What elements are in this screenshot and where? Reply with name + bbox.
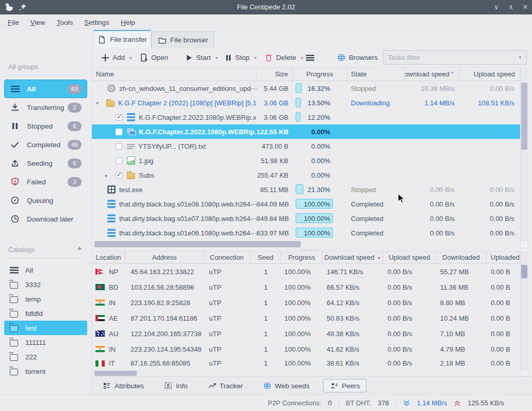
sidebar-filter-completed[interactable]: Completed 46 [4,135,87,154]
column-header-upload-speed[interactable]: Upload speed [383,251,436,263]
size-cell: 85.11 MB [256,186,293,194]
flag-icon [95,268,105,275]
peer-progress: 100.00% [281,268,323,276]
state-cell: Completed [347,200,405,208]
chevron-down-icon[interactable]: ▾ [514,51,526,64]
peer-row[interactable]: AU 122.104.200.165:37738 uTP 1 100.00% 4… [92,326,520,341]
tab-tracker[interactable]: Tracker [201,379,250,392]
transfer-row-selected[interactable]: K.G.F.Chapter.2.2022.1080p.WEBRip.x⋯ 122… [92,124,520,139]
column-header-size[interactable]: Size [256,68,293,81]
tab-peers[interactable]: Peers [323,379,366,392]
tab-file-transfer[interactable]: File transfer [93,30,151,48]
tab-info[interactable]: Info [157,379,195,392]
expander-icon[interactable] [105,172,116,178]
menu-help[interactable]: Help [115,19,141,26]
column-header-address[interactable]: Address [125,251,204,263]
transfer-row[interactable]: test.exe 85.11 MB 21.30% Stopped 0.00 B/… [92,182,520,197]
add-button[interactable]: Add▾ [101,48,132,67]
checkbox[interactable] [116,114,122,121]
horizontal-scrollbar-thumb[interactable] [94,241,301,247]
tasks-filter-input[interactable] [383,50,527,65]
sidebar-filter-seeding[interactable]: Seeding 6 [4,154,87,172]
open-button[interactable]: Open [139,48,168,67]
detail-tab-bar: Attributes Info Tracker Web seeds Peers [92,376,532,394]
minimize-button[interactable]: ∨ [490,0,503,14]
sidebar-filter-failed[interactable]: Failed 3 [4,172,87,191]
peer-row[interactable]: IN 223.190.82.9:25828 uTP 1 100.00% 64.1… [92,295,520,310]
catalog-item-fdfdfd[interactable]: fdfdfd [4,306,87,321]
catalog-item-temp[interactable]: temp [4,292,87,306]
column-header-downloaded[interactable]: Downloaded [436,251,487,263]
sidebar-filter-transferring[interactable]: Transferring 2 [4,98,87,117]
menu-file[interactable]: File [2,19,25,26]
catalog-item-111111[interactable]: 111111 [4,335,87,350]
upload-speed-cell: 0.00 B/s [459,215,520,223]
column-header-name[interactable]: Name [92,68,256,81]
sidebar-filter-download-later[interactable]: Download later [4,210,87,228]
column-header-download-speed[interactable]: Download speed▲ [323,251,383,263]
catalog-item-test[interactable]: test [4,321,87,335]
tab-file-browser[interactable]: File browser [151,31,215,48]
tab-web-seeds[interactable]: Web seeds [256,379,316,392]
catalog-item-222[interactable]: 222 [4,350,87,364]
peer-row[interactable]: AE 87.201.170.194:61186 uTP 1 100.00% 50… [92,310,520,326]
state-cell: Stopped [347,85,405,92]
expander-icon[interactable] [96,100,106,106]
sidebar-filter-all[interactable]: All 63 [4,80,87,98]
column-header-uploaded[interactable]: Uploaded [487,251,520,263]
transfer-row[interactable]: that.dirty.black.bag.s01e06.1080p.web.h2… [92,226,520,240]
transfer-row[interactable]: that.dirty.black.bag.s01e08.1080p.web.h2… [92,197,520,211]
sidebar-filter-queuing[interactable]: Queuing [4,191,87,210]
sidebar-filter-stopped[interactable]: Stopped 6 [4,117,87,135]
peer-download-speed: 41.62 KB/s [323,345,383,353]
transfer-row[interactable]: Subs 255.47 KB 0.00% [92,168,520,182]
browsers-button[interactable]: Browsers [337,48,378,67]
checkbox[interactable] [116,143,122,150]
column-header-upload-speed[interactable]: Upload speed [459,68,520,81]
bt-dht-value: 378 [378,399,389,407]
column-header-connection[interactable]: Connection [204,251,250,263]
catalog-item-all[interactable]: All [4,263,87,277]
state-cell: Stopped [347,186,405,194]
menu-tools[interactable]: Tools [51,19,79,26]
sidebar: All groups All 63 Transferring 2 Stopped… [0,30,92,411]
scrollbar-thumb[interactable] [521,265,527,278]
column-header-progress[interactable]: Progress [281,251,323,263]
peer-row[interactable]: BD 103.216.56.28:58896 uTP 1 100.00% 66.… [92,279,520,295]
catalog-item-torrent[interactable]: torrent [4,364,87,378]
delete-button[interactable]: Delete▾ [264,48,303,67]
tab-attributes[interactable]: Attributes [96,379,151,392]
column-header-seed[interactable]: Seed [250,251,281,263]
checkbox[interactable] [116,172,122,179]
catalog-item-3332[interactable]: 3332 [4,277,87,292]
size-cell: 849.84 MB [256,215,293,223]
progress-cell: 100.00% [293,197,347,211]
stop-button[interactable]: Stop▾ [224,48,256,67]
column-header-progress[interactable]: Progress [293,68,347,81]
column-header-download-speed[interactable]: Download speed▲ [405,68,459,81]
transfer-row[interactable]: YTSYifyUP... (TOR).txt 473.00 B 0.00% [92,139,520,153]
start-button[interactable]: Start▾ [185,48,218,67]
checkbox[interactable] [116,157,122,164]
transfer-row[interactable]: that.dirty.black.bag.s01e07.1080p.web.h2… [92,211,520,226]
transfer-row[interactable]: zh-cn_windows_11_consumer_editions_upd⋯ … [92,81,520,96]
maximize-button[interactable]: ∧ [504,0,518,14]
menu-settings[interactable]: Settings [78,19,115,26]
transfer-row[interactable]: K.G.F.Chapter.2.2022.1080p.WEBRip.x⋯ 3.0… [92,110,520,124]
peer-row[interactable]: NP 45.64.163.221:33822 uTP 1 100.00% 146… [92,264,520,279]
peer-row[interactable]: IN 223.230.124.195:54348 uTP 1 100.00% 4… [92,341,520,357]
menu-view[interactable]: View [25,19,51,26]
transfer-row[interactable]: 1.jpg 51.98 KB 0.00% [92,153,520,168]
add-catalog-button[interactable]: + [76,244,83,252]
size-cell: 3.06 GB [256,114,293,121]
checkbox[interactable] [116,129,122,135]
title-bar[interactable]: File Centipede 2.02 ∨ ∧ ✕ [0,0,532,14]
peer-row[interactable]: IT 87.16.255.68:65085 uTP 1 100.00% 38.6… [92,357,520,370]
column-header-state[interactable]: State [347,68,405,81]
horizontal-scrollbar-thumb[interactable] [94,371,137,376]
scrollbar-thumb[interactable] [521,83,527,150]
column-header-location[interactable]: Location [92,251,125,263]
peer-seed: 1 [250,345,281,353]
close-button[interactable]: ✕ [519,0,532,14]
transfer-row[interactable]: K.G.F Chapter 2 (2022) [1080p] [WEBRip] … [92,96,520,110]
